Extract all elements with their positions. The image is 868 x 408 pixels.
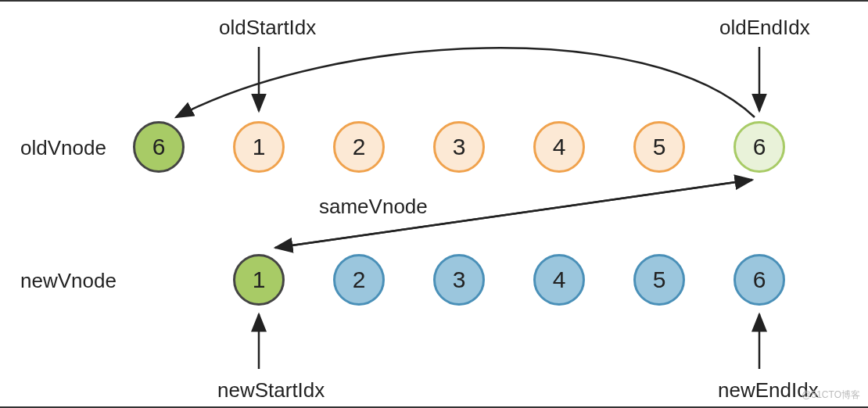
arrow-move-curve [176,48,755,117]
old-node-5: 5 [633,121,685,173]
label-oldstartidx: oldStartIdx [219,16,316,40]
label-oldvnode: oldVnode [20,136,106,160]
label-newstartidx: newStartIdx [217,378,325,403]
new-node-4: 5 [633,254,685,306]
watermark: @51CTO博客 [802,388,860,402]
new-node-5-value: 6 [753,267,766,293]
old-node-0: 6 [133,121,185,173]
new-node-0-value: 1 [253,267,266,293]
old-node-4-value: 4 [553,134,566,160]
new-node-5: 6 [733,254,785,306]
old-node-2: 2 [333,121,385,173]
old-node-3: 3 [433,121,485,173]
new-node-2-value: 3 [453,267,466,293]
new-node-2: 3 [433,254,485,306]
label-samevnode: sameVnode [319,195,428,219]
new-node-0: 1 [233,254,285,306]
arrows-overlay [0,2,868,408]
label-newvnode: newVnode [20,269,117,293]
old-node-3-value: 3 [453,134,466,160]
old-node-5-value: 5 [653,134,666,160]
old-node-6-value: 6 [753,134,766,160]
old-node-6: 6 [733,121,785,173]
new-node-1: 2 [333,254,385,306]
old-node-1: 1 [233,121,285,173]
old-node-2-value: 2 [353,134,366,160]
new-node-1-value: 2 [353,267,366,293]
label-oldendidx: oldEndIdx [719,16,810,40]
old-node-0-value: 6 [152,134,166,160]
new-node-4-value: 5 [653,267,666,293]
new-node-3-value: 4 [553,267,566,293]
new-node-3: 4 [533,254,585,306]
old-node-1-value: 1 [253,134,266,160]
old-node-4: 4 [533,121,585,173]
